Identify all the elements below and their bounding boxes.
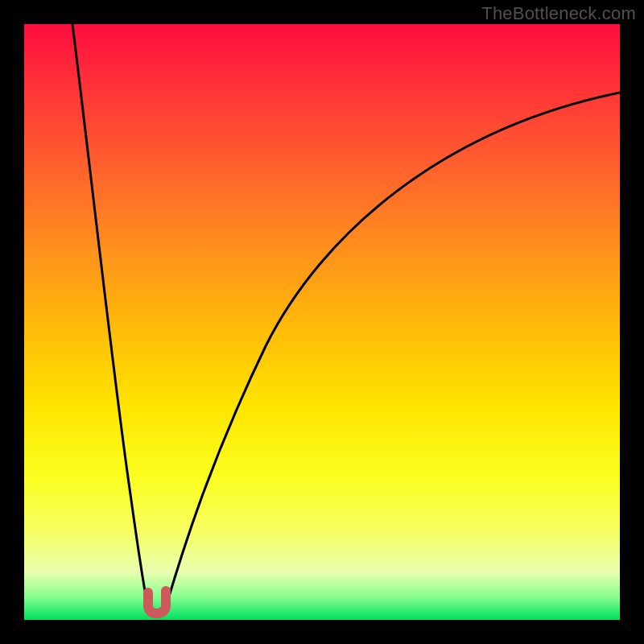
curve-right [166,93,620,607]
curve-layer [24,24,620,620]
curve-left [72,24,148,607]
plot-area [24,24,620,620]
watermark-text: TheBottleneck.com [481,3,636,24]
minimum-marker [148,591,166,613]
